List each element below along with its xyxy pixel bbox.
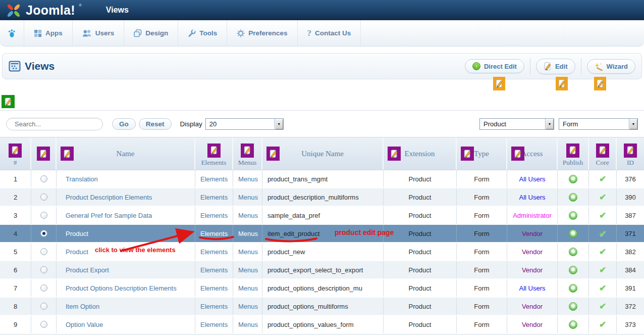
elements-link[interactable]: Elements — [195, 261, 233, 278]
nav-item-preferences[interactable]: Preferences — [227, 20, 297, 46]
nav-home[interactable] — [0, 20, 24, 46]
dropdown-arrow-icon[interactable]: ▼ — [545, 119, 554, 129]
table-row: 6 Product Export Elements Menus product_… — [0, 261, 644, 279]
header-type-label[interactable]: Type — [474, 150, 489, 158]
access-link[interactable]: Vendor — [507, 225, 558, 242]
access-link[interactable]: All Users — [507, 188, 558, 206]
annotation-marker-purple — [37, 147, 50, 161]
dropdown-arrow-icon[interactable]: ▼ — [275, 119, 283, 129]
header-menus-label[interactable]: Menus — [238, 159, 257, 167]
publish-toggle[interactable] — [558, 243, 589, 260]
radio-button[interactable] — [40, 284, 47, 292]
header-id-label[interactable]: ID — [627, 159, 634, 167]
direct-edit-button[interactable]: ↑ Direct Edit — [465, 59, 524, 73]
radio-button[interactable] — [40, 303, 47, 310]
nav-item-label: Preferences — [248, 29, 287, 37]
edit-button[interactable]: Edit — [536, 59, 575, 74]
check-icon: ✔ — [599, 247, 606, 257]
wizard-button[interactable]: Wizard — [587, 59, 636, 74]
header-name: Name — [57, 137, 195, 170]
view-name-link[interactable]: Product Export — [57, 261, 195, 278]
annotation-marker-orange — [594, 77, 606, 90]
dropdown-arrow-icon[interactable]: ▼ — [629, 119, 637, 129]
radio-button[interactable] — [40, 266, 47, 273]
header-access-label[interactable]: Access — [521, 150, 543, 158]
header-core-label[interactable]: Core — [596, 159, 609, 167]
radio-button[interactable] — [40, 321, 47, 328]
elements-link[interactable]: Elements — [195, 243, 233, 260]
menus-link[interactable]: Menus — [233, 298, 262, 315]
nav-item-users[interactable]: Users — [73, 20, 125, 46]
menus-link[interactable]: Menus — [233, 261, 262, 278]
header-extension-label[interactable]: Extension — [405, 150, 435, 158]
elements-link[interactable]: Elements — [195, 298, 233, 315]
radio-button[interactable] — [40, 212, 47, 219]
go-button[interactable]: Go — [112, 118, 136, 130]
header-unique-name-label[interactable]: Unique Name — [301, 150, 344, 158]
extension-filter-select[interactable]: Product ▼ — [479, 118, 554, 130]
menus-link[interactable]: Menus — [233, 188, 262, 206]
menus-link[interactable]: Menus — [233, 316, 262, 333]
radio-button[interactable] — [40, 175, 47, 182]
access-link[interactable]: Vendor — [507, 298, 558, 315]
publish-toggle[interactable] — [558, 225, 589, 242]
view-name-link[interactable]: Product Options Description Elements — [57, 279, 195, 297]
publish-toggle[interactable] — [558, 316, 589, 333]
check-icon: ✔ — [599, 210, 606, 221]
extension-value: Product — [384, 225, 457, 242]
header-name-label[interactable]: Name — [117, 150, 135, 158]
access-link[interactable]: Administrator — [507, 207, 558, 224]
menus-link[interactable]: Menus — [233, 207, 262, 224]
elements-link[interactable]: Elements — [195, 279, 233, 297]
display-select[interactable]: 20 ▼ — [205, 118, 284, 130]
elements-link[interactable]: Elements — [195, 225, 233, 242]
nav-item-design[interactable]: Design — [124, 20, 178, 46]
view-name-link[interactable]: Product Description Elements — [57, 188, 195, 206]
menus-link[interactable]: Menus — [233, 170, 262, 187]
core-indicator: ✔ — [589, 225, 617, 242]
type-filter-select[interactable]: Form ▼ — [559, 118, 638, 130]
publish-toggle[interactable] — [558, 298, 589, 315]
radio-button[interactable] — [40, 248, 47, 255]
annotation-marker-purple — [566, 143, 579, 158]
access-link[interactable]: All Users — [507, 170, 558, 187]
view-name-link[interactable]: Option Value — [57, 316, 195, 333]
publish-toggle[interactable] — [558, 207, 589, 224]
row-select — [31, 207, 57, 224]
elements-link[interactable]: Elements — [195, 188, 233, 206]
access-link[interactable]: Vendor — [507, 316, 558, 333]
access-link[interactable]: Vendor — [507, 261, 558, 278]
annotation-marker-purple — [461, 147, 474, 161]
access-link[interactable]: All Users — [507, 279, 558, 297]
header-number-label[interactable]: # — [14, 159, 17, 167]
header-publish-label[interactable]: Publish — [563, 159, 583, 167]
radio-button[interactable] — [40, 194, 47, 201]
nav-item-tools[interactable]: Tools — [178, 20, 227, 46]
search-input[interactable] — [15, 120, 103, 128]
publish-toggle[interactable] — [558, 279, 589, 297]
view-name-link[interactable]: Product — [57, 225, 195, 242]
nav-item-contact-us[interactable]: ? Contact Us — [298, 20, 361, 46]
edit-label: Edit — [555, 63, 568, 70]
menus-link[interactable]: Menus — [233, 243, 262, 260]
table-row: 2 Product Description Elements Elements … — [0, 188, 644, 207]
publish-toggle[interactable] — [558, 188, 589, 206]
view-name-link[interactable]: Item Option — [57, 298, 195, 315]
reset-button[interactable]: Reset — [139, 118, 172, 130]
view-name-link[interactable]: General Pref for Sample Data — [57, 207, 195, 224]
publish-toggle[interactable] — [558, 170, 589, 187]
elements-link[interactable]: Elements — [195, 207, 233, 224]
direct-edit-label: Direct Edit — [484, 63, 517, 70]
radio-button-checked[interactable] — [40, 230, 47, 237]
view-id: 382 — [617, 243, 644, 260]
elements-link[interactable]: Elements — [195, 316, 233, 333]
published-icon — [569, 211, 577, 220]
access-link[interactable]: Vendor — [507, 243, 558, 260]
menus-link[interactable]: Menus — [233, 279, 262, 297]
menus-link[interactable]: Menus — [233, 225, 262, 242]
nav-item-apps[interactable]: Apps — [24, 20, 73, 46]
header-elements-label[interactable]: Elements — [201, 159, 226, 167]
view-name-link[interactable]: Translation — [57, 170, 195, 187]
publish-toggle[interactable] — [558, 261, 589, 278]
elements-link[interactable]: Elements — [195, 170, 233, 187]
